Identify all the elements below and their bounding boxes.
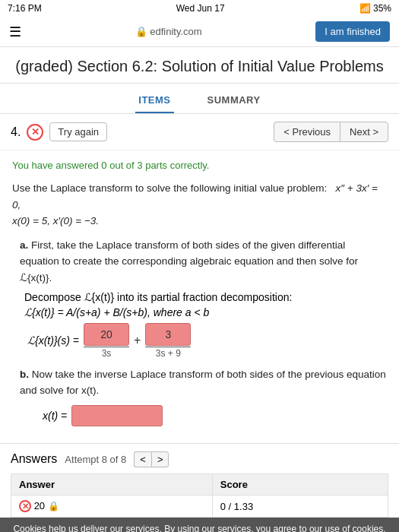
lock-icon: 🔒 (48, 501, 59, 511)
tabs-bar: ITEMS SUMMARY (0, 84, 399, 114)
row-answer-value: 20 (34, 500, 45, 511)
hamburger-menu[interactable]: ☰ (9, 24, 21, 40)
finished-button[interactable]: I am finished (315, 21, 390, 42)
xt-eq-line: x(t) = (43, 405, 387, 426)
question-left: 4. ✕ Try again (11, 122, 107, 141)
answers-section: Answers Attempt 8 of 8 < > Answer Score … (0, 443, 399, 518)
plus-sign-1: + (134, 334, 141, 347)
question-number: 4. (11, 125, 21, 139)
content-area: You have answered 0 out of 3 parts corre… (0, 150, 399, 440)
table-header-row: Answer Score (11, 473, 388, 495)
question-bar: 4. ✕ Try again < Previous Next > (0, 114, 399, 150)
attempt-info: Attempt 8 of 8 (65, 454, 126, 465)
cookie-banner: Cookies help us deliver our services. By… (0, 518, 399, 532)
site-domain: 🔒 edfinity.com (135, 26, 202, 37)
battery-icon: 📶 35% (359, 3, 391, 14)
answer-input-right[interactable]: 3 (145, 323, 191, 346)
answers-header: Answers Attempt 8 of 8 < > (11, 451, 388, 467)
problem-intro: Use the Laplace transform to solve the f… (12, 182, 327, 194)
incorrect-icon: ✕ (27, 124, 43, 141)
status-bar: 7:16 PM Wed Jun 17 📶 35% (0, 0, 399, 17)
prev-button[interactable]: < Previous (274, 122, 340, 142)
answers-table: Answer Score ✕ 20 🔒 0 / 1.33 (11, 473, 388, 518)
frac-right: 3 3s + 9 (145, 323, 191, 359)
problem-statement: Use the Laplace transform to solve the f… (12, 180, 387, 230)
answers-title: Answers (11, 452, 57, 466)
nav-buttons: < Previous Next > (274, 122, 388, 142)
page-title: (graded) Section 6.2: Solution of Initia… (0, 47, 399, 84)
laplace-eq-line: ℒ{x(t)}(s) = 20 3s + 3 3s + 9 (27, 323, 387, 359)
next-button[interactable]: Next > (340, 122, 388, 142)
frac-left: 20 3s (84, 323, 129, 359)
try-again-button[interactable]: Try again (49, 122, 107, 141)
problem-conditions: x(0) = 5, x′(0) = −3. (12, 215, 99, 226)
part-a-formula: ℒ{x(t)} = A/(s+a) + B/(s+b), where a < b (24, 306, 387, 318)
answer-cell: ✕ 20 🔒 (11, 495, 213, 518)
laplace-lhs: ℒ{x(t)}(s) = (27, 334, 79, 347)
attempt-nav: < > (134, 451, 169, 467)
attempt-prev-btn[interactable]: < (134, 451, 151, 467)
xt-lhs: x(t) = (43, 410, 67, 422)
col-answer: Answer (11, 473, 213, 495)
part-b-intro: b. Now take the inverse Laplace transfor… (20, 366, 387, 399)
status-day: Wed Jun 17 (176, 3, 225, 14)
answer-input-left[interactable]: 20 (84, 323, 129, 346)
denom-right: 3s + 9 (156, 348, 181, 359)
part-a-decompose: Decompose ℒ{x(t)} into its partial fract… (24, 291, 387, 303)
part-a-intro: a. First, take the Laplace transform of … (20, 237, 387, 287)
status-time: 7:16 PM (8, 3, 42, 14)
table-row: ✕ 20 🔒 0 / 1.33 (11, 495, 388, 518)
attempt-next-btn[interactable]: > (151, 451, 169, 467)
row-incorrect-icon: ✕ (19, 500, 31, 512)
tab-items[interactable]: ITEMS (135, 90, 173, 113)
top-nav: ☰ 🔒 edfinity.com I am finished (0, 17, 399, 47)
col-score: Score (212, 473, 388, 495)
tab-summary[interactable]: SUMMARY (204, 90, 264, 113)
xt-answer-input[interactable] (71, 405, 163, 426)
denom-left: 3s (102, 348, 112, 359)
cookie-text: Cookies help us deliver our services. By… (13, 524, 385, 532)
score-cell: 0 / 1.33 (212, 495, 388, 518)
score-message: You have answered 0 out of 3 parts corre… (12, 160, 387, 171)
status-right: 📶 35% (359, 3, 391, 14)
